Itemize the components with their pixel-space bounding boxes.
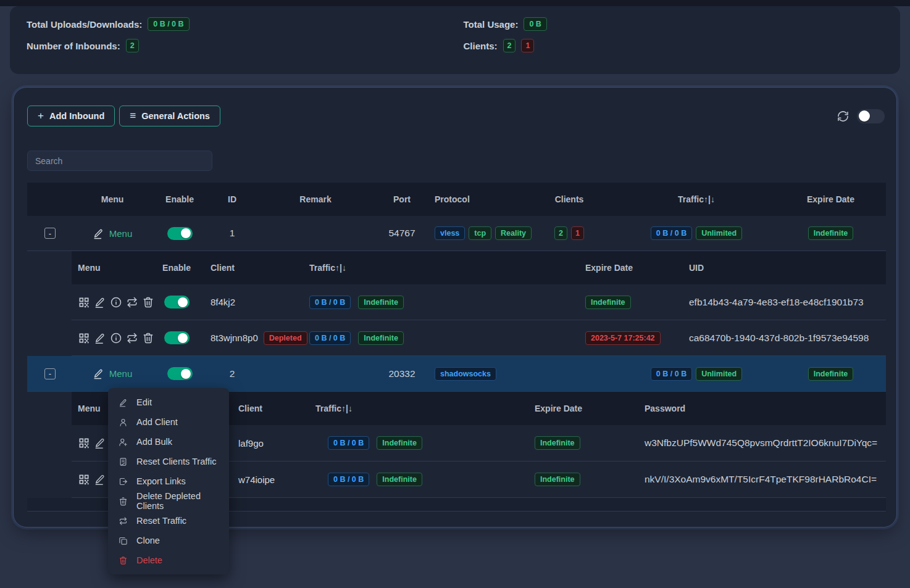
protocol-badge: tcp bbox=[469, 226, 491, 240]
stat-number-of-inbounds: Number of Inbounds: 2 bbox=[27, 39, 464, 52]
subtable-header-row: Menu Enable Client Traffic↑|↓ Expire Dat… bbox=[72, 251, 886, 284]
menu-bars-icon: ≡ bbox=[130, 110, 136, 122]
edit-pencil-icon[interactable] bbox=[94, 332, 106, 344]
header-port: Port bbox=[374, 194, 430, 204]
inbound-protocols: shadowsocks bbox=[430, 356, 521, 391]
inbound-enable-toggle[interactable] bbox=[167, 227, 193, 240]
qr-code-icon[interactable] bbox=[78, 296, 90, 308]
inbound-protocols: vless tcp Reality bbox=[430, 216, 521, 251]
client-password: nkV/I/3XoAm9v6xMT/T5IcrF4TpeTKF98rHARbRo… bbox=[637, 462, 886, 497]
reset-traffic-icon[interactable] bbox=[126, 296, 138, 308]
header-expire-date: Expire Date bbox=[501, 392, 637, 425]
menu-item-add-client[interactable]: Add Client bbox=[108, 412, 229, 432]
general-actions-button[interactable]: ≡ General Actions bbox=[119, 106, 220, 126]
reset-traffic-icon bbox=[119, 516, 128, 526]
stat-total-usage: Total Usage: 0 B bbox=[464, 17, 901, 31]
menu-item-label: Delete bbox=[136, 555, 162, 565]
inbound-row-1: - Menu 1 54767 vless tcp Reality 2 bbox=[27, 216, 886, 251]
stat-label: Total Usage: bbox=[464, 19, 519, 30]
inbound-row-2: - Menu 2 20332 shadowsocks 0 B / 0 B bbox=[27, 356, 886, 392]
stat-total-uploads-downloads: Total Uploads/Downloads: 0 B / 0 B bbox=[27, 17, 464, 31]
qr-code-icon[interactable] bbox=[78, 332, 90, 344]
reset-traffic-icon[interactable] bbox=[126, 332, 138, 344]
header-client: Client bbox=[204, 251, 297, 284]
edit-pencil-icon[interactable] bbox=[94, 296, 106, 308]
qr-code-icon[interactable] bbox=[78, 437, 90, 449]
client-row: 8f4kj2 0 B / 0 B Indefinite Indefinite e… bbox=[72, 284, 886, 320]
client-enable-toggle[interactable] bbox=[164, 331, 190, 344]
row-menu-label: Menu bbox=[109, 228, 133, 239]
inbound-traffic: 0 B / 0 B Unlimited bbox=[617, 216, 775, 251]
menu-item-label: Add Bulk bbox=[136, 437, 172, 447]
menu-item-label: Clone bbox=[136, 536, 160, 545]
traffic-badge: 0 B / 0 B bbox=[651, 226, 692, 240]
dark-mode-toggle[interactable] bbox=[857, 109, 885, 123]
qr-code-icon[interactable] bbox=[78, 473, 90, 486]
client-actions bbox=[72, 320, 149, 355]
clients-active-badge: 2 bbox=[503, 39, 516, 52]
collapse-row-button[interactable]: - bbox=[44, 368, 56, 379]
traffic-badge: 0 B / 0 B bbox=[328, 436, 369, 450]
client-uid: ca68470b-1940-437d-802b-1f9573e94598 bbox=[686, 320, 886, 355]
client-traffic: 0 B / 0 B Indefinite bbox=[297, 425, 501, 461]
menu-item-label: Delete Depleted Clients bbox=[136, 491, 219, 511]
search-input[interactable] bbox=[27, 151, 212, 171]
client-name: 8t3wjnn8p0 Depleted bbox=[211, 331, 307, 345]
header-protocol: Protocol bbox=[430, 194, 521, 204]
info-icon[interactable] bbox=[110, 296, 122, 308]
client-uid: efb14b43-4a79-4e83-ef18-e48cf1901b73 bbox=[686, 284, 886, 320]
total-traffic-badge: 0 B / 0 B bbox=[148, 17, 189, 31]
menu-item-add-bulk[interactable]: Add Bulk bbox=[108, 432, 229, 452]
traffic-badge: 0 B / 0 B bbox=[651, 367, 692, 381]
subtable-vless: Menu Enable Client Traffic↑|↓ Expire Dat… bbox=[72, 251, 886, 356]
edit-icon bbox=[119, 398, 128, 407]
menu-item-clone[interactable]: Clone bbox=[108, 531, 229, 550]
header-menu: Menu bbox=[72, 251, 149, 284]
edit-pencil-icon[interactable] bbox=[94, 437, 106, 449]
edit-pencil-icon bbox=[93, 368, 104, 379]
inbound-remark bbox=[257, 216, 374, 251]
row-menu-button[interactable]: Menu bbox=[93, 368, 133, 379]
header-traffic[interactable]: Traffic↑|↓ bbox=[617, 194, 775, 204]
stat-clients: Clients: 2 1 bbox=[464, 39, 901, 52]
inbound-clients bbox=[521, 356, 617, 391]
inbound-port: 20332 bbox=[374, 356, 430, 391]
menu-item-reset-traffic[interactable]: Reset Traffic bbox=[108, 511, 229, 531]
info-icon[interactable] bbox=[110, 332, 122, 344]
inbound-context-menu: Edit Add Client Add Bulk Reset Clients T… bbox=[108, 388, 229, 574]
header-expire-date: Expire Date bbox=[775, 194, 886, 204]
general-actions-label: General Actions bbox=[141, 111, 210, 121]
add-inbound-button[interactable]: + Add Inbound bbox=[27, 106, 115, 126]
collapse-row-button[interactable]: - bbox=[44, 228, 56, 239]
traffic-badge: 0 B / 0 B bbox=[309, 296, 351, 309]
refresh-icon[interactable] bbox=[837, 110, 849, 122]
inbound-enable-toggle[interactable] bbox=[167, 367, 193, 380]
menu-item-label: Reset Clients Traffic bbox=[136, 457, 216, 466]
row-menu-button[interactable]: Menu bbox=[93, 228, 133, 239]
clients-active-badge: 2 bbox=[554, 226, 567, 240]
header-traffic[interactable]: Traffic↑|↓ bbox=[297, 392, 501, 425]
toggle-knob bbox=[178, 297, 188, 307]
clients-depleted-badge: 1 bbox=[521, 39, 534, 52]
menu-item-delete-depleted-clients[interactable]: Delete Depleted Clients bbox=[108, 491, 229, 511]
menu-item-export-links[interactable]: Export Links bbox=[108, 471, 229, 491]
stat-label: Total Uploads/Downloads: bbox=[27, 19, 142, 30]
stats-card: Total Uploads/Downloads: 0 B / 0 B Total… bbox=[10, 6, 900, 74]
inbound-port: 54767 bbox=[374, 216, 430, 251]
inbound-clients: 2 1 bbox=[521, 216, 617, 251]
edit-pencil-icon[interactable] bbox=[94, 473, 106, 486]
menu-item-reset-clients-traffic[interactable]: Reset Clients Traffic bbox=[108, 452, 229, 471]
menu-item-edit[interactable]: Edit bbox=[108, 392, 229, 412]
clone-icon bbox=[119, 536, 128, 545]
header-traffic[interactable]: Traffic↑|↓ bbox=[297, 251, 575, 284]
client-name-text: 8t3wjnn8p0 bbox=[211, 333, 258, 343]
stat-label: Number of Inbounds: bbox=[27, 41, 120, 51]
expire-badge: Indefinite bbox=[535, 436, 580, 450]
menu-item-label: Add Client bbox=[136, 417, 178, 427]
expire-badge: Indefinite bbox=[808, 367, 854, 381]
inbound-traffic: 0 B / 0 B Unlimited bbox=[617, 356, 775, 391]
traffic-badge: 0 B / 0 B bbox=[309, 331, 351, 345]
menu-item-delete[interactable]: Delete bbox=[108, 550, 229, 570]
traffic-limit-badge: Unlimited bbox=[696, 226, 742, 240]
client-enable-toggle[interactable] bbox=[164, 296, 190, 308]
